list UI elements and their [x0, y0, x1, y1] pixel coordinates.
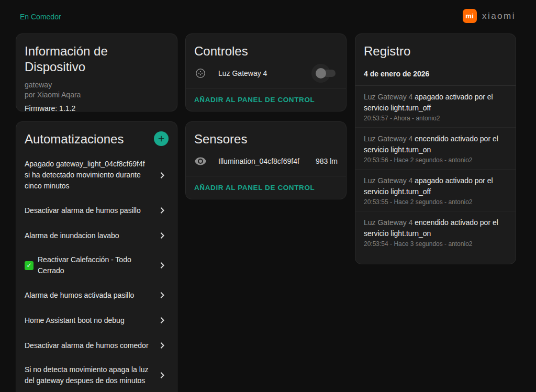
- automations-list: ✓ Apagado gateway_light_04cf8cf69f4f si …: [16, 147, 177, 392]
- breadcrumb[interactable]: En Comedor: [20, 13, 61, 21]
- logbook-entity-link[interactable]: Luz Gateway 4: [364, 93, 412, 101]
- logbook-timestamp: 20:53:54 - Hace 3 segundos - antonio2: [364, 240, 507, 248]
- check-icon: ✓: [25, 261, 34, 270]
- device-firmware: Firmware: 1.1.2: [16, 100, 177, 111]
- sensors-title: Sensores: [186, 122, 346, 147]
- chevron-right-icon: [156, 314, 169, 327]
- logbook-timestamp: 20:53:56 - Hace 2 segundos - antonio2: [364, 156, 507, 164]
- sensor-row[interactable]: Illumination_04cf8cf69f4f 983 lm: [186, 147, 346, 175]
- device-info-card: Información de Dispositivo gateway por X…: [16, 33, 177, 111]
- logbook-entity-link[interactable]: Luz Gateway 4: [364, 218, 412, 227]
- eye-icon: [194, 155, 207, 167]
- sensor-value: 983 lm: [316, 157, 338, 165]
- chevron-right-icon: [156, 259, 169, 272]
- logbook-entry: Luz Gateway 4 encendido activado por el …: [355, 211, 516, 253]
- plus-icon: [157, 134, 166, 143]
- automations-header: Automatizaciones: [16, 122, 177, 147]
- sensors-card: Sensores Illumination_04cf8cf69f4f 983 l…: [185, 121, 347, 199]
- automation-label: Desactivar alarma de humos pasillo: [25, 205, 152, 216]
- light-icon: [194, 67, 207, 80]
- controls-add-link[interactable]: AÑADIR AL PANEL DE CONTROL: [194, 96, 315, 104]
- logbook-entry: Luz Gateway 4 apagado activado por el se…: [355, 86, 516, 128]
- automation-label: Apagado gateway_light_04cf8cf69f4f si ha…: [25, 159, 152, 192]
- controls-rows: Luz Gateway 4: [186, 59, 346, 88]
- automation-label: Reactivar Calefacción - Todo Cerrado: [38, 254, 152, 276]
- automation-item[interactable]: ✓ Alarma de humos activada pasillo: [16, 283, 177, 308]
- logbook-message: Luz Gateway 4 apagado activado por el se…: [364, 92, 507, 114]
- automations-title: Automatizaciones: [16, 122, 132, 147]
- logbook-message: Luz Gateway 4 apagado activado por el se…: [364, 175, 507, 197]
- right-column: Registro 4 de enero de 2026 Luz Gateway …: [355, 33, 516, 264]
- automation-label: Desactivar alarma de humos comedor: [25, 340, 152, 351]
- logbook-entity-link[interactable]: Luz Gateway 4: [364, 176, 412, 185]
- chevron-right-icon: [156, 289, 169, 301]
- light-toggle[interactable]: [314, 65, 338, 82]
- device-info-title: Información de Dispositivo: [16, 34, 177, 75]
- toggle-thumb: [316, 68, 326, 79]
- logbook-timestamp: 20:53:55 - Hace 2 segundos - antonio2: [364, 198, 507, 206]
- logbook-message: Luz Gateway 4 encendido activado por el …: [364, 217, 507, 239]
- sensors-rows: Illumination_04cf8cf69f4f 983 lm: [186, 147, 346, 176]
- automation-item[interactable]: ✓ Desactivar alarma de humos pasillo: [16, 198, 177, 223]
- automation-item[interactable]: ✓ Reactivar Calefacción - Todo Cerrado: [16, 248, 177, 283]
- controls-add-section: AÑADIR AL PANEL DE CONTROL: [186, 88, 346, 111]
- logbook-timestamp: 20:53:57 - Ahora - antonio2: [364, 115, 507, 122]
- automation-item[interactable]: ✓ Home Assistant boot no debug: [16, 308, 177, 333]
- controls-title: Controles: [186, 34, 346, 59]
- control-entity-name: Luz Gateway 4: [214, 69, 307, 77]
- brand-name: xiaomi: [482, 11, 516, 21]
- logbook-message: Luz Gateway 4 encendido activado por el …: [364, 133, 507, 155]
- top-bar: En Comedor mi xiaomi: [0, 0, 536, 33]
- logbook-entries: Luz Gateway 4 apagado activado por el se…: [355, 86, 516, 253]
- device-manufacturer: por Xiaomi Aqara: [25, 90, 169, 100]
- xiaomi-brand: mi xiaomi: [463, 9, 516, 23]
- sensors-add-section: AÑADIR AL PANEL DE CONTROL: [186, 176, 346, 199]
- middle-column: Controles Luz Gateway 4: [185, 33, 347, 199]
- logbook-card: Registro 4 de enero de 2026 Luz Gateway …: [355, 33, 516, 264]
- chevron-right-icon: [156, 204, 169, 217]
- automation-label: Alarma de inundacion lavabo: [25, 230, 152, 241]
- automation-item[interactable]: ✓ Apagado gateway_light_04cf8cf69f4f si …: [16, 152, 177, 198]
- xiaomi-logo-icon: mi: [463, 9, 477, 23]
- controls-card: Controles Luz Gateway 4: [185, 33, 347, 111]
- logbook-date: 4 de enero de 2026: [355, 59, 516, 86]
- logbook-entry: Luz Gateway 4 encendido activado por el …: [355, 128, 516, 170]
- automations-card: Automatizaciones ✓ Apagado gateway_light…: [16, 121, 177, 392]
- logbook-entity-link[interactable]: Luz Gateway 4: [364, 135, 412, 143]
- chevron-right-icon: [156, 169, 169, 182]
- automation-label: Home Assistant boot no debug: [25, 315, 152, 326]
- logbook-title: Registro: [355, 34, 516, 59]
- automation-item[interactable]: ✓ Si no detecta movimiento apaga la luz …: [16, 358, 177, 392]
- control-row[interactable]: Luz Gateway 4: [186, 59, 346, 87]
- automation-item[interactable]: ✓ Alarma de inundacion lavabo: [16, 223, 177, 248]
- add-automation-button[interactable]: [154, 131, 169, 146]
- device-model: gateway: [25, 80, 169, 90]
- chevron-right-icon: [156, 369, 169, 382]
- sensors-add-link[interactable]: AÑADIR AL PANEL DE CONTROL: [194, 184, 315, 192]
- automation-label: Alarma de humos activada pasillo: [25, 290, 152, 301]
- chevron-right-icon: [156, 229, 169, 242]
- sensor-entity-name: Illumination_04cf8cf69f4f: [214, 157, 308, 165]
- left-column: Información de Dispositivo gateway por X…: [16, 33, 177, 392]
- automation-item[interactable]: ✓ Desactivar alarma de humos comedor: [16, 333, 177, 358]
- device-meta: gateway por Xiaomi Aqara: [16, 75, 177, 100]
- automation-label: Si no detecta movimiento apaga la luz de…: [25, 364, 152, 386]
- chevron-right-icon: [156, 339, 169, 352]
- logbook-entry: Luz Gateway 4 apagado activado por el se…: [355, 170, 516, 211]
